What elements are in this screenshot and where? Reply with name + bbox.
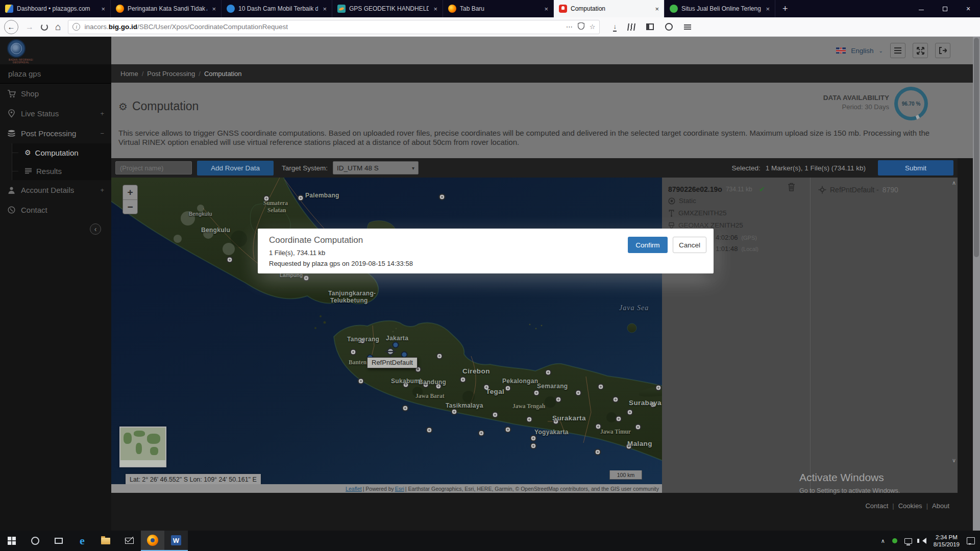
forward-button[interactable]: → — [26, 22, 34, 32]
station-marker[interactable] — [595, 423, 602, 430]
maximize-button[interactable] — [933, 0, 957, 17]
scrollbar-thumb[interactable] — [974, 38, 979, 257]
start-button[interactable] — [0, 531, 23, 551]
leaflet-link[interactable]: Leaflet — [346, 486, 362, 492]
reload-button[interactable] — [41, 23, 48, 31]
station-marker[interactable] — [555, 396, 562, 403]
shield-icon[interactable] — [578, 22, 584, 31]
action-center-icon[interactable] — [967, 537, 975, 544]
browser-tab[interactable]: Dashboard • plazagps.com× — [0, 0, 111, 17]
minimize-button[interactable] — [910, 0, 933, 17]
firefox-button[interactable] — [141, 531, 164, 551]
station-marker[interactable] — [650, 402, 656, 408]
station-marker[interactable] — [227, 257, 233, 263]
browser-tab[interactable]: 10 Dash Cam Mobil Terbaik di I× — [222, 0, 332, 17]
tab-close-icon[interactable]: × — [543, 5, 549, 13]
target-system-select[interactable]: ID_UTM 48 S ▾ — [333, 161, 419, 174]
station-marker[interactable] — [426, 427, 433, 434]
expand-plus-icon[interactable]: + — [100, 186, 104, 194]
footer-link-contact[interactable]: Contact — [865, 502, 888, 510]
delete-file-button[interactable] — [788, 183, 795, 193]
station-marker[interactable] — [460, 377, 467, 383]
station-marker[interactable] — [553, 418, 559, 425]
browser-tab[interactable]: GPS GEODETIK HANDHELD UN× — [332, 0, 443, 17]
url-bar[interactable]: i inacors.big.go.id/SBC/User/Xpos/Coordi… — [68, 20, 600, 34]
word-button[interactable]: W — [164, 531, 188, 551]
station-marker[interactable] — [451, 409, 458, 415]
station-marker[interactable] — [526, 416, 533, 423]
sign-out-button[interactable] — [935, 43, 950, 58]
taskbar-clock[interactable]: 2:34 PM 8/15/2019 — [934, 534, 960, 548]
station-marker[interactable] — [478, 430, 485, 437]
breadcrumb-home[interactable]: Home — [120, 70, 138, 78]
home-button[interactable]: ⌂ — [55, 21, 61, 33]
station-marker[interactable] — [483, 384, 490, 391]
station-marker[interactable] — [627, 409, 633, 416]
station-marker[interactable] — [655, 385, 662, 391]
language-selector[interactable]: English — [851, 47, 873, 55]
confirm-button[interactable]: Confirm — [628, 237, 668, 253]
station-marker[interactable] — [616, 416, 622, 422]
map[interactable]: PalembangSumateraSelatanBengkuluBengkulu… — [111, 178, 662, 493]
submit-button[interactable]: Submit — [878, 160, 953, 176]
page-actions-icon[interactable]: ⋯ — [566, 23, 573, 31]
footer-link-cookies[interactable]: Cookies — [898, 502, 922, 510]
station-marker[interactable] — [403, 382, 409, 388]
sidebar-item-post-processing[interactable]: Post Processing − — [0, 123, 111, 143]
station-marker[interactable] — [505, 385, 511, 392]
collapse-minus-icon[interactable]: − — [100, 130, 104, 137]
downloads-icon[interactable]: ↓ — [613, 22, 617, 32]
header-menu-button[interactable] — [890, 43, 905, 58]
station-marker[interactable] — [612, 396, 619, 403]
panel-scroll-down[interactable]: ∨ — [950, 457, 958, 464]
add-rover-data-button[interactable]: Add Rover Data — [197, 161, 274, 176]
sidebar-item-shop[interactable]: Shop — [0, 84, 111, 104]
expand-plus-icon[interactable]: + — [100, 110, 104, 117]
big-logo[interactable] — [7, 39, 26, 58]
sidebar-collapse-button[interactable]: ‹ — [90, 223, 101, 235]
station-marker[interactable] — [359, 338, 366, 344]
edge-button[interactable]: e — [70, 531, 94, 551]
browser-tab[interactable]: Tab Baru× — [443, 0, 554, 17]
station-marker[interactable] — [545, 369, 552, 376]
station-marker[interactable] — [263, 195, 270, 202]
panel-scroll-up[interactable]: ∧ — [950, 180, 958, 186]
station-marker[interactable] — [575, 390, 582, 396]
task-view-button[interactable] — [47, 531, 70, 551]
sidebar-item-computation[interactable]: ⚙ Computation — [12, 143, 111, 162]
project-name-input[interactable] — [115, 161, 192, 174]
sidebar-item-contact[interactable]: Contact — [0, 200, 111, 220]
station-marker[interactable] — [358, 378, 364, 385]
station-marker[interactable] — [492, 412, 499, 418]
browser-tab[interactable]: Peringatan Kata Sandi Tidak An× — [111, 0, 222, 17]
station-marker[interactable] — [423, 382, 429, 388]
browser-tab[interactable]: Computation× — [554, 0, 665, 17]
esri-link[interactable]: Esri — [395, 486, 404, 492]
volume-tray-icon[interactable] — [919, 538, 926, 544]
sidebars-icon[interactable] — [646, 23, 654, 30]
file-explorer-button[interactable] — [94, 531, 117, 551]
station-marker[interactable] — [303, 275, 310, 282]
station-marker[interactable] — [635, 424, 642, 431]
account-icon[interactable] — [665, 23, 673, 31]
station-marker[interactable] — [530, 435, 537, 442]
station-marker[interactable] — [530, 443, 537, 449]
menu-icon[interactable] — [684, 23, 691, 31]
station-marker[interactable] — [436, 353, 443, 360]
cancel-button[interactable]: Cancel — [673, 237, 706, 253]
site-info-icon[interactable]: i — [72, 23, 80, 31]
station-marker[interactable] — [598, 384, 604, 390]
close-button[interactable]: × — [957, 0, 980, 17]
zoom-in-button[interactable]: + — [123, 185, 137, 199]
tab-close-icon[interactable]: × — [432, 5, 438, 13]
station-marker[interactable] — [298, 195, 304, 202]
station-marker[interactable] — [505, 427, 511, 433]
sidebar-item-live-status[interactable]: Live Status + — [0, 104, 111, 123]
hidden-icons-chevron[interactable]: ∧ — [881, 538, 885, 544]
sidebar-item-account-details[interactable]: Account Details + — [0, 180, 111, 200]
tab-close-icon[interactable]: × — [100, 5, 106, 13]
browser-scrollbar[interactable] — [973, 37, 980, 531]
new-tab-button[interactable]: + — [775, 0, 795, 17]
tab-close-icon[interactable]: × — [211, 5, 217, 13]
antivirus-tray-icon[interactable] — [892, 538, 897, 543]
